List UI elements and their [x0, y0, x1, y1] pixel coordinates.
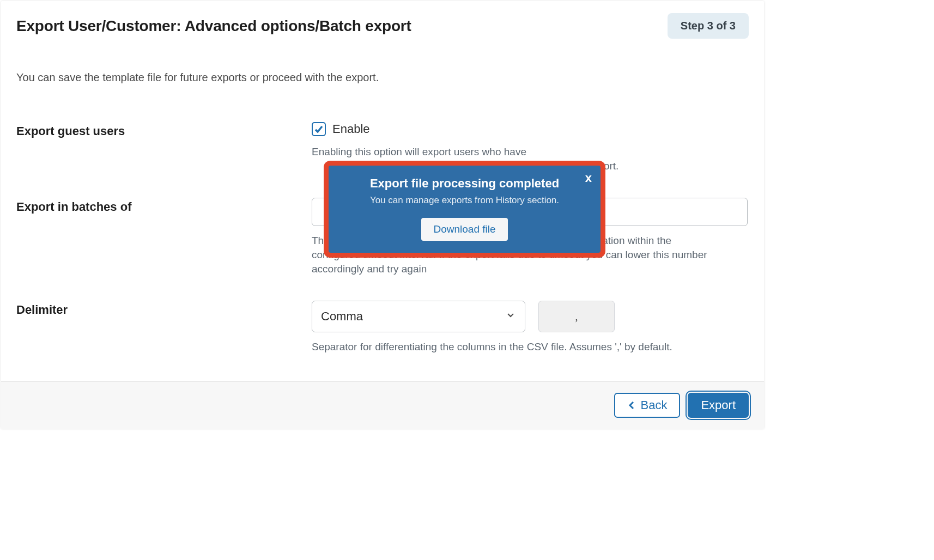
- chevron-left-icon: [627, 400, 636, 411]
- checkbox-guest-users-label: Enable: [332, 122, 370, 136]
- panel-footer: Back Export: [1, 381, 764, 429]
- delimiter-preview: ,: [538, 301, 615, 332]
- checkbox-guest-users[interactable]: [312, 122, 326, 136]
- download-file-button[interactable]: Download file: [421, 218, 507, 241]
- modal-title: Export file processing completed: [339, 176, 590, 191]
- page-title: Export User/Customer: Advanced options/B…: [16, 17, 411, 35]
- select-delimiter[interactable]: Comma: [312, 301, 525, 332]
- back-button[interactable]: Back: [614, 393, 680, 418]
- modal-subtitle: You can manage exports from History sect…: [339, 195, 590, 206]
- help-delimiter: Separator for differentiating the column…: [312, 340, 715, 354]
- intro-text: You can save the template file for futur…: [16, 71, 749, 84]
- label-guest-users: Export guest users: [16, 124, 125, 138]
- export-button-label: Export: [701, 399, 736, 411]
- chevron-down-icon: [505, 309, 516, 324]
- back-button-label: Back: [640, 399, 667, 411]
- modal-close-button[interactable]: x: [585, 171, 592, 185]
- checkmark-icon: [314, 124, 324, 134]
- row-delimiter: Delimiter Comma , Separator for differen…: [16, 301, 749, 354]
- modal-box: x Export file processing completed You c…: [329, 166, 601, 253]
- select-delimiter-value: Comma: [321, 309, 363, 324]
- modal-highlight: x Export file processing completed You c…: [324, 161, 605, 258]
- label-delimiter: Delimiter: [16, 303, 68, 316]
- step-badge: Step 3 of 3: [668, 13, 749, 39]
- export-button[interactable]: Export: [688, 393, 749, 418]
- help-guest-users-start: Enabling this option will export users w…: [312, 146, 526, 157]
- label-batches: Export in batches of: [16, 200, 131, 214]
